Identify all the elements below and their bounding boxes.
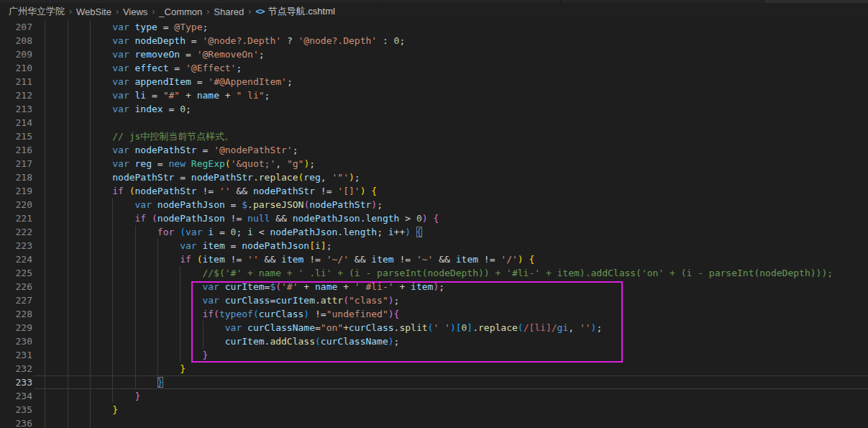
code-token[interactable]: var (225, 322, 242, 333)
code-token[interactable]: curItem (275, 295, 315, 306)
code-token[interactable]: { (394, 309, 400, 319)
code-token[interactable]: { (371, 186, 377, 196)
code-token[interactable]: removeOn (135, 49, 181, 60)
code-token[interactable]: split (399, 322, 427, 333)
code-token[interactable]: . (337, 227, 343, 237)
code-token[interactable]: curItem (225, 336, 265, 347)
code-token[interactable]: = (163, 104, 180, 114)
code-token[interactable]: && (433, 254, 455, 265)
code-token[interactable]: ) (405, 227, 411, 237)
code-line[interactable]: 208 var nodeDepth = '@node?.Depth' ? '@n… (0, 34, 868, 47)
code-token[interactable]: . (472, 322, 478, 333)
code-token[interactable]: } (157, 377, 163, 388)
code-token[interactable] (242, 322, 247, 333)
code-token[interactable]: ' #li-' (355, 281, 394, 292)
code-token[interactable]: curClassName (247, 322, 315, 333)
code-line-text[interactable] (22, 116, 112, 129)
code-line-text[interactable]: var nodeDepth = '@node?.Depth' ? '@node?… (22, 34, 405, 47)
code-line[interactable]: 230 curItem.addClass(curClassName); (0, 334, 868, 348)
code-token[interactable]: ; (355, 172, 360, 183)
code-token[interactable]: ) (518, 254, 524, 265)
code-token[interactable]: " li" (236, 90, 264, 101)
code-line[interactable]: 235 } (0, 403, 868, 416)
code-token[interactable]: && (270, 213, 292, 224)
code-token[interactable]: { (529, 254, 535, 265)
code-token[interactable]: attr (321, 295, 343, 306)
code-line-text[interactable]: var nodePathStr = '@nodePathStr'; (22, 143, 298, 157)
code-token[interactable]: nodePathJson (157, 213, 225, 224)
code-line-text[interactable]: var effect = '@Effect'; (22, 61, 242, 75)
breadcrumb-item[interactable]: 广州华立学院 (9, 5, 65, 18)
code-token[interactable]: > (399, 213, 416, 224)
code-token[interactable] (129, 145, 135, 155)
code-line[interactable]: 224 if (item != '' && item != '~/' && it… (0, 252, 868, 266)
code-token[interactable]: if (135, 213, 147, 224)
code-token[interactable] (129, 35, 135, 46)
code-token[interactable]: ; (287, 76, 293, 87)
code-token[interactable]: index (135, 104, 163, 114)
code-line[interactable]: 233 } (0, 375, 868, 389)
code-line-text[interactable]: curItem.addClass(curClassName); (22, 334, 399, 348)
code-token[interactable] (174, 227, 180, 237)
code-line-text[interactable]: } (22, 362, 186, 375)
code-token[interactable]: replace (259, 172, 298, 183)
code-token[interactable]: '&quot;' (231, 158, 276, 169)
code-token[interactable]: i (247, 227, 253, 237)
code-token[interactable]: ; (236, 63, 242, 73)
code-line-text[interactable]: if (item != '' && item != '~/' && item !… (22, 252, 534, 266)
code-token[interactable]: ] (467, 322, 472, 333)
code-token[interactable]: { (416, 227, 422, 237)
code-token[interactable]: ( (214, 309, 219, 319)
code-line[interactable]: 234 } (0, 389, 868, 403)
code-token[interactable]: var (112, 35, 129, 46)
code-token[interactable]: ; (293, 145, 298, 155)
code-token[interactable] (411, 227, 416, 237)
code-token[interactable] (129, 76, 135, 87)
code-token[interactable]: ( (180, 227, 186, 237)
code-token[interactable]: ; (326, 240, 332, 251)
code-token[interactable]: "#" (163, 90, 180, 101)
code-token[interactable]: ? (281, 35, 298, 46)
code-token[interactable]: nodePathJson (270, 227, 337, 237)
code-token[interactable]: } (180, 363, 186, 374)
code-line-text[interactable]: if(typeof(curClass) !="undefined"){ (22, 307, 399, 321)
code-token[interactable]: length (343, 227, 377, 237)
code-line[interactable]: 219 if (nodePathStr != '' && nodePathStr… (0, 184, 868, 198)
code-line-text[interactable]: var curItem=$('#' + name + ' #li-' + ite… (22, 280, 444, 293)
code-token[interactable]: . (315, 295, 321, 306)
code-token[interactable]: = (214, 227, 230, 237)
code-token[interactable]: type (135, 22, 157, 32)
code-token[interactable]: && (259, 254, 281, 265)
breadcrumb-item[interactable]: WebSite (76, 6, 111, 17)
code-token[interactable]: effect (135, 63, 169, 73)
code-token[interactable]: = (191, 76, 208, 87)
code-token[interactable]: parseJSON (253, 199, 303, 210)
code-token[interactable]: curClass (225, 295, 270, 306)
code-token[interactable] (146, 213, 152, 224)
code-token[interactable]: = (152, 158, 168, 169)
code-editor[interactable]: 207 var type = @Type;208 var nodeDepth =… (0, 20, 868, 428)
code-token[interactable]: nodePathStr (191, 172, 253, 183)
code-line[interactable]: 212 var li = "#" + name + " li"; (0, 88, 868, 102)
code-line-text[interactable]: if (nodePathStr != '' && nodePathStr != … (22, 184, 377, 198)
code-token[interactable]: ( (225, 158, 231, 169)
code-token[interactable]: ; (202, 22, 208, 32)
code-token[interactable]: ) (450, 322, 456, 333)
code-token[interactable]: = (174, 172, 191, 183)
code-token[interactable]: . (247, 199, 253, 210)
code-token[interactable]: if (112, 186, 124, 196)
code-line[interactable]: 211 var appendItem = '#@AppendItem'; (0, 75, 868, 88)
code-token[interactable]: nodePathJson (293, 213, 360, 224)
code-token[interactable]: ++ (394, 227, 406, 237)
code-token[interactable]: // js中控制当前节点样式。 (112, 131, 234, 142)
code-line-text[interactable]: var li = "#" + name + " li"; (22, 88, 270, 102)
code-token[interactable]: reg (303, 172, 320, 183)
code-token[interactable]: var (135, 199, 152, 210)
code-line[interactable]: 222 for (var i = 0; i < nodePathJson.len… (0, 225, 868, 239)
code-line[interactable]: 228 if(typeof(curClass) !="undefined"){ (0, 307, 868, 321)
code-token[interactable]: != (225, 213, 247, 224)
code-token[interactable]: var (202, 281, 219, 292)
code-token[interactable]: '@node?.Depth' (298, 35, 378, 46)
code-token[interactable]: nodePathJson (242, 240, 309, 251)
code-token[interactable]: ; (377, 199, 383, 210)
